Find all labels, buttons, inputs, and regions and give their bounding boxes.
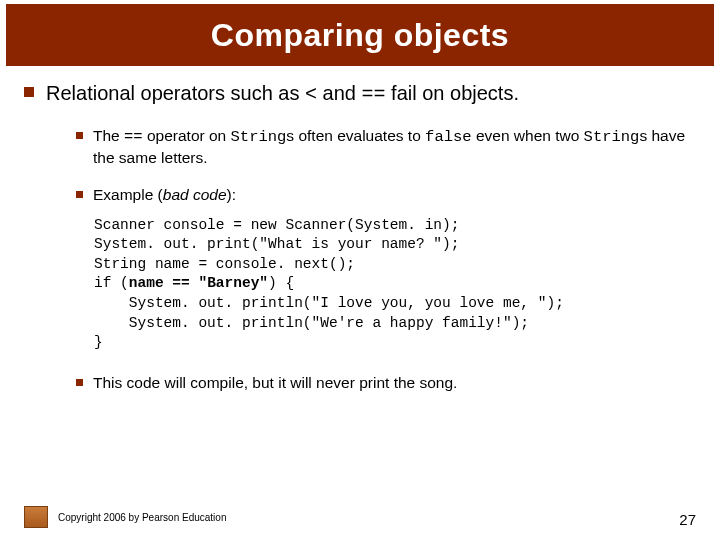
page-number: 27 <box>679 511 696 528</box>
bullet-level2: Example (bad code): <box>76 185 696 206</box>
slide: Comparing objects Relational operators s… <box>0 4 720 540</box>
text-fragment: The <box>93 127 124 144</box>
slide-content: Relational operators such as < and == fa… <box>0 66 720 394</box>
code-line: System. out. println("I love you, you lo… <box>94 295 564 311</box>
text-fragment: even when two <box>472 127 584 144</box>
code-line: System. out. println("We're a happy fami… <box>94 315 529 331</box>
code-line: System. out. print("What is your name? "… <box>94 236 459 252</box>
sub-bullets: The == operator on Strings often evaluat… <box>24 126 696 206</box>
sub1-text: The == operator on Strings often evaluat… <box>93 126 696 169</box>
text-fragment: s often evaluates to <box>286 127 425 144</box>
code-inline: String <box>231 128 287 146</box>
code-inline: == <box>124 128 143 146</box>
text-fragment: and <box>317 82 361 104</box>
code-line: Scanner console = new Scanner(System. in… <box>94 217 459 233</box>
bullet-level1: Relational operators such as < and == fa… <box>24 80 696 108</box>
text-fragment: Example ( <box>93 186 163 203</box>
square-bullet-icon <box>76 132 83 139</box>
sub2-text: Example (bad code): <box>93 185 236 206</box>
title-bar: Comparing objects <box>6 4 714 66</box>
square-bullet-icon <box>76 191 83 198</box>
square-bullet-icon <box>76 379 83 386</box>
main-point-text: Relational operators such as < and == fa… <box>46 80 519 108</box>
footer: Copyright 2006 by Pearson Education 27 <box>24 506 696 528</box>
code-line: if ( <box>94 275 129 291</box>
code-inline: == <box>362 83 386 106</box>
code-inline: < <box>305 83 317 106</box>
book-stack-icon <box>24 506 48 528</box>
square-bullet-icon <box>24 87 34 97</box>
code-line: String name = console. next(); <box>94 256 355 272</box>
code-block: Scanner console = new Scanner(System. in… <box>24 216 696 353</box>
sub3-text: This code will compile, but it will neve… <box>93 373 457 394</box>
bullet-level2: This code will compile, but it will neve… <box>76 373 696 394</box>
text-fragment: ): <box>227 186 236 203</box>
code-line: ) { <box>268 275 294 291</box>
copyright-text: Copyright 2006 by Pearson Education <box>58 512 226 523</box>
code-inline: String <box>584 128 640 146</box>
bullet-level2: The == operator on Strings often evaluat… <box>76 126 696 169</box>
sub-bullets: This code will compile, but it will neve… <box>24 373 696 394</box>
code-inline: false <box>425 128 472 146</box>
code-bold: name == "Barney" <box>129 275 268 291</box>
slide-title: Comparing objects <box>211 17 509 54</box>
text-fragment: operator on <box>143 127 231 144</box>
code-line: } <box>94 334 103 350</box>
text-fragment: fail on objects. <box>386 82 519 104</box>
italic-fragment: bad code <box>163 186 227 203</box>
footer-left: Copyright 2006 by Pearson Education <box>24 506 226 528</box>
text-fragment: Relational operators such as <box>46 82 305 104</box>
